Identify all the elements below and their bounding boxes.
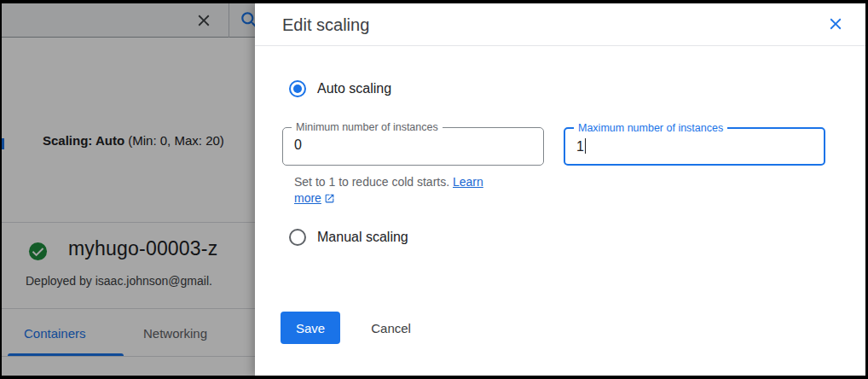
dialog-actions: Save Cancel: [281, 312, 420, 344]
manual-scaling-label: Manual scaling: [317, 230, 408, 245]
max-instances-field[interactable]: Maximum number of instances 1: [564, 127, 825, 166]
open-in-new-icon: [324, 193, 335, 204]
min-instances-field[interactable]: Minimum number of instances 0: [282, 127, 544, 166]
auto-scaling-radio[interactable]: Auto scaling: [289, 80, 391, 97]
max-instances-value: 1: [576, 138, 586, 155]
dialog-title: Edit scaling: [282, 15, 369, 35]
screen: Scaling: Auto (Min: 0, Max: 20) myhugo-0…: [2, 3, 865, 376]
min-instances-helper-text: Set to 1 to reduce cold starts. Learn mo…: [294, 174, 506, 207]
manual-scaling-radio[interactable]: Manual scaling: [289, 229, 408, 246]
text-cursor: [585, 138, 587, 154]
radio-selected-icon: [289, 80, 306, 97]
radio-unselected-icon: [289, 229, 306, 246]
auto-scaling-label: Auto scaling: [317, 81, 391, 96]
edit-scaling-dialog: Edit scaling Auto scaling Minimum number…: [255, 3, 865, 376]
cancel-button[interactable]: Cancel: [362, 314, 420, 342]
screenshot-frame: Scaling: Auto (Min: 0, Max: 20) myhugo-0…: [0, 0, 868, 379]
min-instances-value: 0: [294, 137, 302, 153]
dialog-header: Edit scaling: [255, 3, 865, 46]
helper-text: Set to 1 to reduce cold starts.: [294, 175, 449, 189]
dialog-close-icon[interactable]: [826, 15, 845, 33]
max-instances-text: 1: [576, 139, 584, 154]
min-instances-label: Minimum number of instances: [292, 121, 443, 133]
max-instances-label: Maximum number of instances: [574, 122, 727, 134]
save-button[interactable]: Save: [281, 312, 340, 344]
